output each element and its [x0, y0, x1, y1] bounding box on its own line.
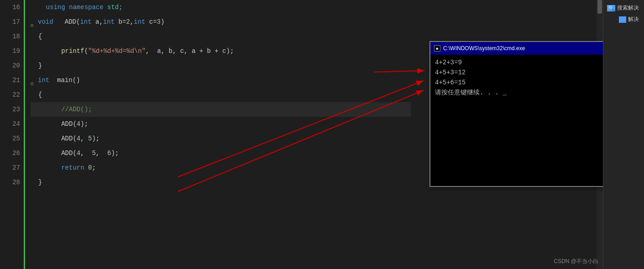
line-number: 28	[0, 175, 20, 190]
code-token: void	[38, 15, 53, 29]
code-token: }	[31, 58, 42, 73]
code-token: 4	[77, 146, 80, 160]
code-line: {	[31, 88, 411, 102]
code-line: {	[31, 29, 411, 44]
solution-icon	[619, 16, 626, 23]
code-token: 4	[77, 117, 80, 131]
code-token	[31, 160, 61, 175]
line-number: 24	[0, 117, 20, 131]
line-number: 16	[0, 0, 20, 15]
code-line: ADD(4, 5, 6);	[31, 146, 411, 160]
code-token: );	[111, 146, 119, 160]
code-token: using	[46, 0, 65, 15]
cmd-app-icon: ■	[434, 45, 440, 52]
code-area: using namespace std;⊟void ADD(int a,int …	[25, 0, 411, 269]
code-token: int	[38, 73, 49, 88]
code-token	[31, 44, 61, 58]
code-line: ADD(4, 5);	[31, 131, 411, 146]
code-token: 3	[157, 15, 161, 29]
code-token: namespace	[69, 0, 104, 15]
code-token: )	[161, 15, 164, 29]
fold-icon[interactable]: ⊟	[31, 19, 37, 25]
code-token	[31, 102, 61, 117]
code-token: ,	[130, 15, 134, 29]
code-token: 6	[107, 146, 111, 160]
line-numbers: 16171819202122232425262728	[0, 0, 25, 269]
solution-label: 解决	[628, 16, 639, 23]
code-token: ADD(	[53, 15, 80, 29]
code-token: }	[31, 175, 42, 190]
watermark: CSDN @不当小白	[554, 258, 598, 265]
code-token: {	[31, 29, 42, 44]
code-token: a,	[92, 15, 103, 29]
line-number: 22	[0, 88, 20, 102]
code-token: return	[61, 160, 84, 175]
code-line: //ADD();	[31, 102, 411, 117]
code-line: }	[31, 58, 411, 73]
code-token: 4	[77, 131, 80, 146]
code-token	[31, 0, 46, 15]
search-icon: 🔍	[607, 5, 615, 11]
code-token: //ADD();	[61, 102, 92, 117]
code-token: c=	[145, 15, 157, 29]
code-token: ,	[96, 146, 107, 160]
line-number: 17	[0, 15, 20, 29]
code-token: int	[103, 15, 115, 29]
code-token: (	[84, 44, 88, 58]
code-line: ADD(4);	[31, 117, 411, 131]
code-token: ADD(	[31, 146, 77, 160]
search-solution-btn[interactable]: 🔍 搜索解决	[604, 2, 642, 14]
code-token: );	[92, 131, 99, 146]
code-token: 5	[92, 146, 95, 160]
fold-icon[interactable]: ⊟	[31, 77, 37, 83]
code-line: return 0;	[31, 160, 411, 175]
line-number: 25	[0, 131, 20, 146]
code-token: 0	[88, 160, 92, 175]
code-token: , a, b, c, a + b + c);	[146, 44, 234, 58]
code-token: ,	[80, 146, 92, 160]
code-token: ADD(	[31, 131, 77, 146]
code-token: printf	[61, 44, 84, 58]
code-line: }	[31, 175, 411, 190]
code-token: int	[80, 15, 91, 29]
code-token: ,	[80, 131, 88, 146]
code-line: using namespace std;	[31, 0, 411, 15]
code-line: printf("%d+%d+%d=%d\n", a, b, c, a + b +…	[31, 44, 411, 58]
solution-btn[interactable]: 解决	[616, 14, 642, 25]
code-token: );	[80, 117, 88, 131]
search-label: 搜索解决	[617, 4, 639, 12]
line-number: 18	[0, 29, 20, 44]
code-token: int	[134, 15, 145, 29]
line-number: 21	[0, 73, 20, 88]
code-line: ⊟void ADD(int a,int b=2,int c=3)	[31, 15, 411, 29]
cmd-title: C:\WINDOWS\system32\cmd.exe	[443, 45, 613, 52]
code-token: "%d+%d+%d=%d\n"	[88, 44, 146, 58]
code-token: ;	[92, 160, 95, 175]
scrollbar-thumb[interactable]	[597, 0, 602, 14]
sidebar-right: 🔍 搜索解决 解决	[603, 0, 644, 269]
code-token	[65, 0, 69, 15]
code-token: {	[31, 88, 42, 102]
line-number: 27	[0, 160, 20, 175]
code-token: 2	[126, 15, 130, 29]
line-number: 20	[0, 58, 20, 73]
code-editor: 16171819202122232425262728 using namespa…	[0, 0, 411, 269]
code-token: 5	[88, 131, 92, 146]
line-number: 19	[0, 44, 20, 58]
code-line: ⊟int main()	[31, 73, 411, 88]
code-token: main()	[49, 73, 80, 88]
code-token: std;	[104, 0, 123, 15]
line-number: 26	[0, 146, 20, 160]
line-number: 23	[0, 102, 20, 117]
code-token: ADD(	[31, 117, 77, 131]
code-token	[84, 160, 88, 175]
code-token: b=	[115, 15, 126, 29]
